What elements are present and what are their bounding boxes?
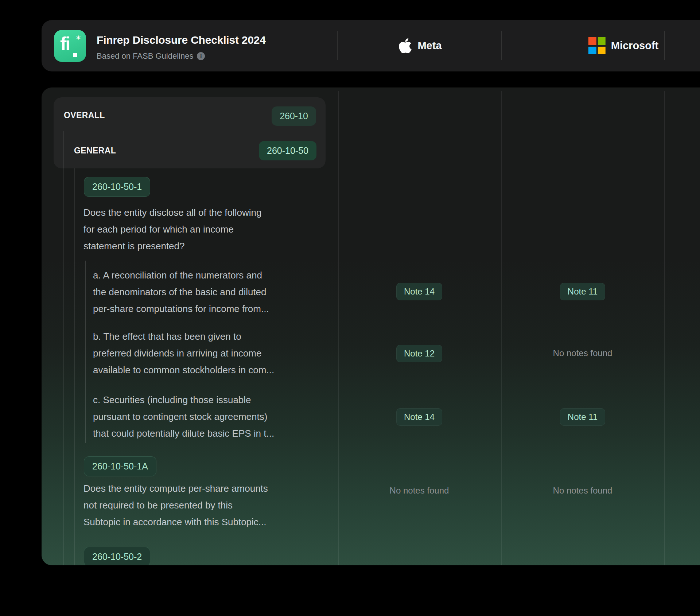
- item-code-badge-260-10-50-1[interactable]: 260-10-50-1: [84, 177, 150, 197]
- tree-guide-general: [74, 168, 75, 565]
- no-notes-meta-1A: No notes found: [390, 486, 449, 496]
- subitem-c: c. Securities (including those issuable …: [93, 391, 274, 442]
- tree-guide-overall: [63, 131, 64, 565]
- subitem-line: pursuant to contingent stock agreements): [93, 408, 274, 425]
- apple-icon: [398, 37, 412, 54]
- ms-square-blue: [588, 47, 596, 55]
- subtitle-text: Based on FASB Guidelines: [97, 51, 193, 61]
- question-line: statement is presented?: [83, 238, 262, 254]
- note-badge-microsoft-a[interactable]: Note 11: [560, 283, 605, 300]
- company-name-meta: Meta: [417, 40, 442, 52]
- item-code-badge-260-10-50-2[interactable]: 260-10-50-2: [84, 547, 150, 565]
- app-logo: fi ✶: [54, 30, 86, 62]
- info-icon[interactable]: i: [197, 52, 205, 60]
- ms-square-green: [598, 37, 606, 45]
- page-subtitle: Based on FASB Guidelines i: [97, 51, 205, 61]
- column-divider-2: [501, 91, 502, 565]
- subitem-line: the denominators of the basic and dilute…: [93, 284, 269, 300]
- question-260-10-50-1: Does the entity disclose all of the foll…: [83, 204, 262, 254]
- subitem-line: c. Securities (including those issuable: [93, 391, 274, 408]
- subitem-a: a. A reconciliation of the numerators an…: [93, 267, 269, 317]
- company-header-microsoft[interactable]: Microsoft: [588, 20, 659, 71]
- question-line: not required to be presented by this: [83, 497, 268, 514]
- ms-square-yellow: [598, 47, 606, 55]
- note-badge-meta-c[interactable]: Note 14: [396, 408, 442, 426]
- app-logo-dot: [73, 53, 77, 57]
- subitem-line: available to common stockholders in com.…: [93, 362, 274, 378]
- section-overall-code-badge[interactable]: 260-10: [272, 106, 316, 126]
- section-header-box: OVERALL 260-10 GENERAL 260-10-50: [54, 97, 326, 168]
- microsoft-icon: [588, 37, 606, 54]
- subitem-line: preferred dividends in arriving at incom…: [93, 345, 274, 362]
- note-badge-microsoft-c[interactable]: Note 11: [560, 408, 605, 426]
- ms-square-red: [588, 37, 596, 45]
- column-divider-1: [338, 91, 339, 565]
- item-code-badge-260-10-50-1A[interactable]: 260-10-50-1A: [84, 456, 156, 476]
- question-line: Subtopic in accordance with this Subtopi…: [83, 514, 268, 530]
- sparkle-icon: ✶: [75, 34, 81, 42]
- page-title: Finrep Disclosure Checklist 2024: [97, 34, 266, 46]
- header-divider-2: [501, 31, 502, 60]
- checklist-panel: OVERALL 260-10 GENERAL 260-10-50 260-10-…: [42, 87, 700, 565]
- company-header-meta[interactable]: Meta: [398, 20, 442, 71]
- subitem-b: b. The effect that has been given to pre…: [93, 328, 274, 378]
- section-overall-label: OVERALL: [64, 110, 105, 120]
- header-divider-1: [337, 31, 338, 60]
- note-badge-meta-b[interactable]: Note 12: [396, 345, 442, 362]
- subitem-group-border: [85, 261, 86, 443]
- header-divider-3: [664, 31, 665, 60]
- app-logo-letters: fi: [60, 33, 70, 55]
- column-divider-3: [664, 91, 665, 565]
- no-notes-microsoft-1A: No notes found: [553, 486, 612, 496]
- header-card: fi ✶ Finrep Disclosure Checklist 2024 Ba…: [42, 20, 700, 71]
- subitem-line: per-share computations for income from..…: [93, 300, 269, 317]
- question-line: Does the entity compute per-share amount…: [83, 480, 268, 497]
- subitem-line: that could potentially dilute basic EPS …: [93, 425, 274, 442]
- subitem-line: a. A reconciliation of the numerators an…: [93, 267, 269, 284]
- question-260-10-50-1A: Does the entity compute per-share amount…: [83, 480, 268, 530]
- company-name-microsoft: Microsoft: [611, 40, 659, 52]
- question-line: for each period for which an income: [83, 221, 262, 238]
- subitem-line: b. The effect that has been given to: [93, 328, 274, 345]
- question-line: Does the entity disclose all of the foll…: [83, 204, 262, 221]
- note-badge-meta-a[interactable]: Note 14: [396, 283, 442, 300]
- no-notes-microsoft-b: No notes found: [553, 348, 612, 358]
- section-general-label: GENERAL: [74, 146, 116, 156]
- section-general-code-badge[interactable]: 260-10-50: [259, 141, 316, 160]
